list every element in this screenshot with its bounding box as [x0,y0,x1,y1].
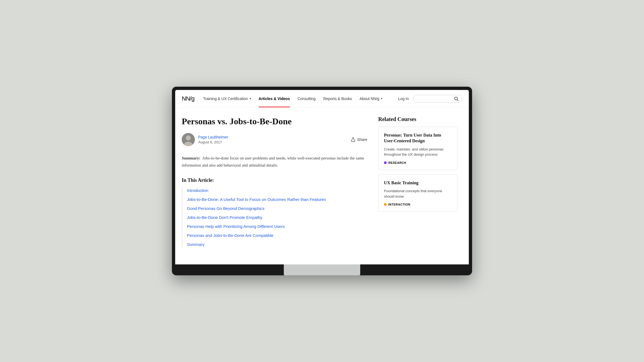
toc-item[interactable]: Good Personas Go Beyond Demographics [187,206,367,211]
summary-label: Summary: [182,156,200,160]
nav-item-consulting[interactable]: Consulting [297,90,315,107]
main-content: Personas vs. Jobs-to-Be-Done [175,107,469,256]
course-tag: RESEARCH [384,161,452,164]
avatar-image [182,133,195,146]
logo-text: NN/g [182,95,194,102]
sidebar: Related Courses Personas: Turn User Data… [378,116,457,247]
nav-item-articles[interactable]: Articles & Videos [259,90,290,107]
research-tag-dot [384,161,387,164]
course-card-description: Create, maintain, and utilize personas t… [384,147,452,157]
article-title: Personas vs. Jobs-to-Be-Done [182,116,367,126]
course-tag: INTERACTION [384,203,452,206]
course-card[interactable]: UX Basic Training Foundational concepts … [378,174,457,212]
chevron-down-icon-about: ▾ [381,97,382,100]
course-card-title: Personas: Turn User Data Into User-Cente… [384,132,452,144]
toc-item[interactable]: Summary [187,242,367,247]
navbar: NN/g Training & UX Certification ▾ Artic… [175,90,469,107]
interaction-tag-dot [384,203,387,206]
nav-right: Log In [398,95,462,102]
search-input[interactable] [417,96,452,101]
svg-point-3 [186,135,191,140]
login-button[interactable]: Log In [398,96,409,101]
nav-links: Training & UX Certification ▾ Articles &… [203,90,389,107]
author-row: Page Laubheimer August 6, 2017 Share [182,133,367,146]
course-card-description: Foundational concepts that everyone shou… [384,188,452,199]
nav-item-training[interactable]: Training & UX Certification ▾ [203,90,251,107]
chevron-down-icon: ▾ [250,97,251,100]
toc-item[interactable]: Personas and Jobs-to-Be-Done Are Compati… [187,233,367,238]
table-of-contents: Introduction Jobs-to-Be-Done: A Useful T… [182,188,367,247]
monitor-stand [284,264,360,275]
author-date: August 6, 2017 [198,140,228,144]
toc-item[interactable]: Jobs-to-Be-Done Don't Promote Empathy [187,215,367,220]
course-card-title: UX Basic Training [384,180,452,186]
summary-text: Jobs-to-be-done focus on user problems a… [182,156,364,167]
avatar [182,133,195,146]
site-logo[interactable]: NN/g [182,95,194,102]
toc-item[interactable]: Introduction [187,188,367,193]
summary-block: Summary: Jobs-to-be-done focus on user p… [182,155,367,169]
share-button[interactable]: Share [351,137,367,142]
related-courses-heading: Related Courses [378,116,457,122]
nav-item-about[interactable]: About NN/g ▾ [360,90,382,107]
author-info: Page Laubheimer August 6, 2017 [182,133,228,146]
nav-item-reports[interactable]: Reports & Books [323,90,352,107]
search-icon [454,96,459,101]
toc-item[interactable]: Personas Help with Prioritizing Among Di… [187,224,367,229]
author-name[interactable]: Page Laubheimer [198,135,228,139]
toc-item[interactable]: Jobs-to-Be-Done: A Useful Tool to Focus … [187,197,367,202]
svg-line-1 [457,99,458,101]
in-article-heading: In This Article: [182,177,367,183]
share-icon [351,137,356,142]
article-area: Personas vs. Jobs-to-Be-Done [182,116,367,247]
course-card[interactable]: Personas: Turn User Data Into User-Cente… [378,127,457,170]
search-box[interactable] [413,95,462,102]
